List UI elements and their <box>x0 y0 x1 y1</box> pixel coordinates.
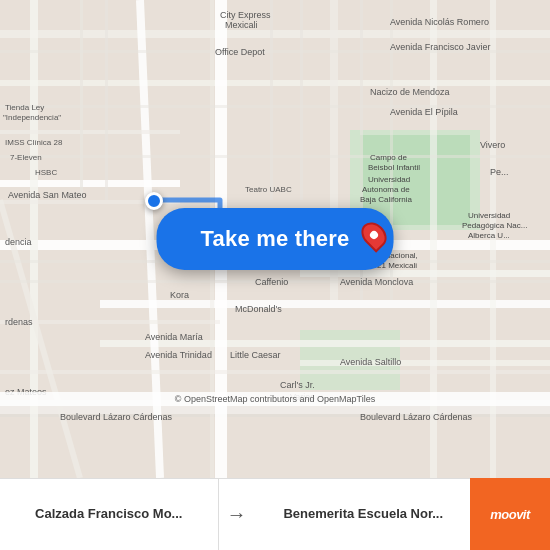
svg-text:Universidad: Universidad <box>368 175 410 184</box>
moovit-logo: moovit <box>470 478 550 550</box>
svg-text:Alberca U...: Alberca U... <box>468 231 510 240</box>
origin-marker <box>145 192 163 210</box>
svg-text:7-Eleven: 7-Eleven <box>10 153 42 162</box>
svg-text:Pedagógica Nac...: Pedagógica Nac... <box>462 221 527 230</box>
svg-text:Beisbol Infantil: Beisbol Infantil <box>368 163 420 172</box>
svg-text:Avenida San Mateo: Avenida San Mateo <box>8 190 86 200</box>
svg-text:Kora: Kora <box>170 290 189 300</box>
svg-text:Boulevard Lázaro Cárdenas: Boulevard Lázaro Cárdenas <box>60 412 173 422</box>
svg-text:rdenas: rdenas <box>5 317 33 327</box>
svg-text:Universidad: Universidad <box>468 211 510 220</box>
map-attribution: © OpenStreetMap contributors and OpenMap… <box>0 392 550 406</box>
svg-text:Avenida Monclova: Avenida Monclova <box>340 277 413 287</box>
bottom-bar: Calzada Francisco Mo... → Benemerita Esc… <box>0 478 550 550</box>
svg-text:Autonoma de: Autonoma de <box>362 185 410 194</box>
svg-rect-8 <box>100 300 550 308</box>
svg-text:HSBC: HSBC <box>35 168 57 177</box>
svg-rect-21 <box>0 130 180 134</box>
svg-rect-6 <box>0 180 180 187</box>
svg-text:Nacizo de Mendoza: Nacizo de Mendoza <box>370 87 450 97</box>
svg-rect-19 <box>430 0 437 478</box>
svg-text:Mexicali: Mexicali <box>225 20 258 30</box>
svg-rect-27 <box>105 0 108 200</box>
svg-text:Caffenio: Caffenio <box>255 277 288 287</box>
map-container: Avenida Nicolás Romero Avenida Francisco… <box>0 0 550 478</box>
svg-text:Avenida María: Avenida María <box>145 332 203 342</box>
svg-text:Baja California: Baja California <box>360 195 413 204</box>
svg-rect-26 <box>80 0 83 200</box>
destination-marker <box>363 221 385 249</box>
svg-text:Teatro UABC: Teatro UABC <box>245 185 292 194</box>
svg-rect-29 <box>300 0 303 200</box>
app: Avenida Nicolás Romero Avenida Francisco… <box>0 0 550 550</box>
svg-text:dencia: dencia <box>5 237 32 247</box>
origin-section[interactable]: Calzada Francisco Mo... <box>0 479 219 550</box>
svg-text:Little Caesar: Little Caesar <box>230 350 281 360</box>
svg-text:"Independencia": "Independencia" <box>3 113 61 122</box>
destination-label: Benemerita Escuela Nor... <box>283 506 443 523</box>
take-me-there-button[interactable]: Take me there <box>157 208 394 270</box>
svg-text:City Express: City Express <box>220 10 271 20</box>
svg-rect-13 <box>300 360 550 366</box>
svg-text:Avenida Trinidad: Avenida Trinidad <box>145 350 212 360</box>
svg-text:Campo de: Campo de <box>370 153 407 162</box>
svg-text:Boulevard Lázaro Cárdenas: Boulevard Lázaro Cárdenas <box>360 412 473 422</box>
svg-text:Tienda Ley: Tienda Ley <box>5 103 44 112</box>
svg-text:Office Depot: Office Depot <box>215 47 265 57</box>
svg-text:Avenida El Pípila: Avenida El Pípila <box>390 107 458 117</box>
svg-text:Vivero: Vivero <box>480 140 505 150</box>
svg-text:Pe...: Pe... <box>490 167 509 177</box>
svg-text:Avenida Saltillo: Avenida Saltillo <box>340 357 401 367</box>
svg-text:Carl's Jr.: Carl's Jr. <box>280 380 315 390</box>
svg-text:IMSS Clínica 28: IMSS Clínica 28 <box>5 138 63 147</box>
svg-rect-24 <box>0 370 550 374</box>
svg-text:Avenida Nicolás Romero: Avenida Nicolás Romero <box>390 17 489 27</box>
origin-label: Calzada Francisco Mo... <box>35 506 182 523</box>
svg-text:McDonald's: McDonald's <box>235 304 282 314</box>
route-arrow: → <box>219 503 255 526</box>
moovit-logo-text: moovit <box>490 507 530 522</box>
svg-rect-28 <box>270 0 273 200</box>
svg-rect-34 <box>0 155 550 158</box>
svg-text:Avenida Francisco Javier: Avenida Francisco Javier <box>390 42 490 52</box>
svg-rect-33 <box>0 105 550 108</box>
